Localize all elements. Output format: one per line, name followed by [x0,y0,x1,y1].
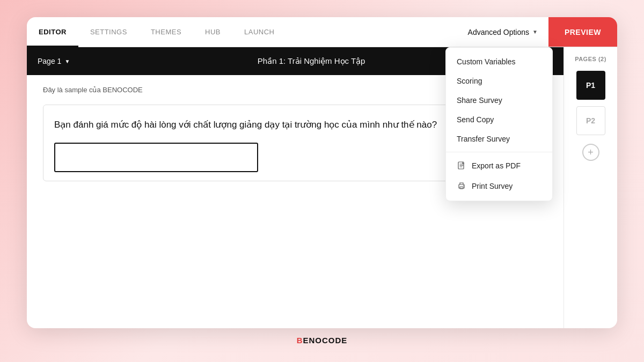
nav-tabs: EDITOR SETTINGS THEMES HUB LAUNCH [27,17,457,47]
send-copy-label: Send Copy [457,115,494,124]
dropdown-item-send-copy[interactable]: Send Copy [446,110,552,129]
advanced-options-label: Advanced Options [468,28,529,36]
page-selector[interactable]: Page 1 ▼ [38,57,70,65]
pages-label: PAGES (2) [569,56,612,62]
tab-editor[interactable]: EDITOR [27,18,78,47]
brand-rest: ENOCODE [303,336,348,345]
preview-button[interactable]: PREVIEW [548,17,617,47]
page-thumb-p2[interactable]: P2 [576,106,605,135]
dropdown-item-transfer-survey[interactable]: Transfer Survey [446,129,552,149]
page-thumb-p1[interactable]: P1 [576,71,605,100]
tab-launch[interactable]: LAUNCH [232,18,286,47]
tab-themes[interactable]: THEMES [139,18,193,47]
advanced-options-button[interactable]: Advanced Options ▼ [457,17,548,47]
share-survey-label: Share Survey [457,96,502,105]
dropdown-divider [446,152,552,152]
page-chevron-icon: ▼ [64,58,70,64]
dropdown-item-scoring[interactable]: Scoring [446,71,552,91]
dropdown-item-custom-variables[interactable]: Custom Variables [446,52,552,71]
dropdown-item-export-pdf[interactable]: Export as PDF [446,156,552,176]
print-icon [457,181,466,191]
print-survey-label: Print Survey [472,182,513,190]
svg-point-3 [463,186,464,186]
page-selector-label: Page 1 [38,57,61,65]
sidebar-pages: PAGES (2) P1 P2 + [564,47,617,328]
nav-right: Advanced Options ▼ PREVIEW [457,17,617,47]
export-pdf-label: Export as PDF [472,161,521,170]
custom-variables-label: Custom Variables [457,57,515,66]
footer-brand: BENOCODE [297,336,348,345]
tab-hub[interactable]: HUB [193,18,232,47]
chevron-down-icon: ▼ [532,29,538,35]
pdf-icon [457,161,466,171]
answer-input-box[interactable] [54,143,258,172]
scoring-label: Scoring [457,77,482,85]
brand-b: B [297,336,303,345]
advanced-options-dropdown: Custom Variables Scoring Share Survey Se… [445,47,553,201]
dropdown-item-print-survey[interactable]: Print Survey [446,176,552,196]
dropdown-item-share-survey[interactable]: Share Survey [446,91,552,110]
top-nav: EDITOR SETTINGS THEMES HUB LAUNCH Advanc… [27,17,617,47]
add-page-button[interactable]: + [582,144,599,161]
tab-settings[interactable]: SETTINGS [78,18,139,47]
transfer-survey-label: Transfer Survey [457,135,510,143]
